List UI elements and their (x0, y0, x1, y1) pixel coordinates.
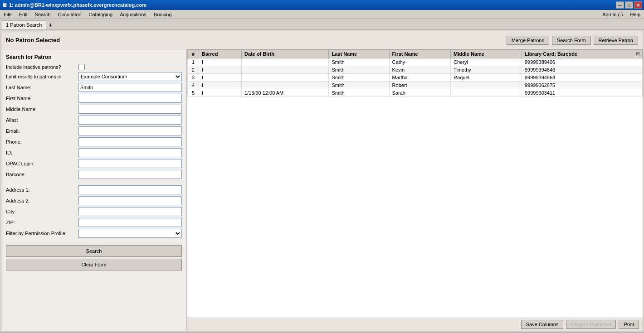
last-name-input[interactable] (78, 83, 182, 92)
menu-cataloging[interactable]: Cataloging (87, 11, 115, 18)
results-table: # Barred Date of Birth Last Name First N… (187, 49, 643, 97)
include-inactive-row: Include inactive patrons? (6, 64, 182, 70)
opac-login-row: OPAC Login: (6, 159, 182, 168)
clear-form-button[interactable]: Clear Form (6, 259, 182, 270)
title-bar-text: 1: admin@BR1-winxpvmfx.phasefx.evergreen… (9, 2, 146, 8)
address2-label: Address 2: (6, 198, 78, 203)
zip-input[interactable] (78, 218, 182, 227)
table-row[interactable]: 1 f Smith Cathy Cheryl 99999389406 (188, 58, 643, 66)
opac-login-label: OPAC Login: (6, 161, 78, 166)
add-tab-button[interactable]: + (46, 20, 55, 29)
first-name-input[interactable] (78, 94, 182, 103)
col-header-num: # (188, 50, 199, 58)
last-name-row: Last Name: (6, 83, 182, 92)
menu-search[interactable]: Search (33, 11, 53, 18)
title-bar-controls: — □ ✕ (616, 1, 642, 9)
save-columns-button[interactable]: Save Columns (521, 320, 564, 329)
table-row[interactable]: 5 f 1/13/90 12:00 AM Smith Sarah 9999930… (188, 89, 643, 97)
address2-input[interactable] (78, 196, 182, 205)
maximize-button[interactable]: □ (625, 1, 633, 9)
permission-profile-select[interactable] (78, 229, 182, 238)
col-header-last-name: Last Name (329, 50, 389, 58)
copy-to-clipboard-button[interactable]: Copy to Clipboard (566, 320, 616, 329)
alias-row: Alias: (6, 116, 182, 125)
cell-barcode: 99999389406 (522, 58, 642, 66)
table-row[interactable]: 4 f Smith Robert 99999362675 (188, 82, 643, 89)
search-button[interactable]: Search (6, 245, 182, 257)
close-button[interactable]: ✕ (634, 1, 642, 9)
phone-label: Phone: (6, 139, 78, 145)
table-row[interactable]: 3 f Smith Martha Raquel 99999394964 (188, 74, 643, 82)
merge-patrons-button[interactable]: Merge Patrons (507, 36, 549, 45)
bottom-toolbar: Save Columns Copy to Clipboard Print (187, 318, 643, 331)
patron-bar: No Patron Selected Merge Patrons Search … (1, 31, 643, 49)
search-form-button[interactable]: Search Form (552, 36, 591, 45)
cell-num: 3 (188, 74, 199, 82)
col-header-dob: Date of Birth (242, 50, 329, 58)
city-input[interactable] (78, 207, 182, 216)
limit-results-select[interactable]: Example Consortium (78, 72, 182, 81)
cell-last-name: Smith (329, 82, 389, 89)
address1-input[interactable] (78, 185, 182, 194)
results-table-container[interactable]: # Barred Date of Birth Last Name First N… (187, 49, 643, 318)
middle-name-input[interactable] (78, 105, 182, 114)
menu-help[interactable]: Help (628, 11, 642, 18)
cell-barred: f (199, 66, 242, 74)
menu-edit[interactable]: Edit (17, 11, 29, 18)
alias-input[interactable] (78, 116, 182, 125)
results-tbody: 1 f Smith Cathy Cheryl 99999389406 2 f S… (188, 58, 643, 97)
barcode-input[interactable] (78, 170, 182, 179)
cell-barcode: 99999362675 (522, 82, 642, 89)
col-header-barcode: Library Card: Barcode ⊞ (522, 50, 642, 58)
menu-acquisitions[interactable]: Acquisitions (118, 11, 148, 18)
tab-patron-search[interactable]: 1 Patron Search (2, 20, 46, 29)
cell-num: 1 (188, 58, 199, 66)
cell-barcode: 99999394964 (522, 74, 642, 82)
cell-barred: f (199, 74, 242, 82)
cell-num: 4 (188, 82, 199, 89)
opac-login-input[interactable] (78, 159, 182, 168)
cell-last-name: Smith (329, 89, 389, 97)
first-name-label: First Name: (6, 96, 78, 101)
cell-last-name: Smith (329, 74, 389, 82)
cell-middle-name (451, 89, 522, 97)
tab-bar: 1 Patron Search + ✕ (0, 19, 644, 30)
cell-barred: f (199, 82, 242, 89)
menu-booking[interactable]: Booking (152, 11, 174, 18)
search-panel: Search for Patron Include inactive patro… (1, 49, 187, 331)
cell-middle-name: Cheryl (451, 58, 522, 66)
cell-first-name: Robert (389, 82, 451, 89)
id-input[interactable] (78, 148, 182, 157)
address2-row: Address 2: (6, 196, 182, 205)
menu-file[interactable]: File (2, 11, 14, 18)
limit-results-row: Limit results to patrons in Example Cons… (6, 72, 182, 81)
phone-input[interactable] (78, 137, 182, 146)
alias-label: Alias: (6, 117, 78, 123)
main-window: No Patron Selected Merge Patrons Search … (1, 31, 643, 331)
cell-first-name: Sarah (389, 89, 451, 97)
table-header-row: # Barred Date of Birth Last Name First N… (188, 50, 643, 58)
menu-admin[interactable]: Admin (-) (600, 11, 624, 18)
cell-num: 2 (188, 66, 199, 74)
cell-dob (242, 82, 329, 89)
cell-middle-name: Raquel (451, 74, 522, 82)
minimize-button[interactable]: — (616, 1, 624, 9)
cell-num: 5 (188, 89, 199, 97)
include-inactive-checkbox[interactable] (78, 64, 85, 70)
permission-profile-label: Filter by Permission Profile: (6, 231, 78, 236)
patron-actions: Merge Patrons Search Form Retrieve Patro… (507, 36, 638, 45)
search-button-group: Search Clear Form (6, 245, 182, 270)
print-button[interactable]: Print (619, 320, 639, 329)
last-name-label: Last Name: (6, 85, 78, 90)
menu-circulation[interactable]: Circulation (56, 11, 83, 18)
cell-barcode: 99999303411 (522, 89, 642, 97)
table-row[interactable]: 2 f Smith Kevin Timothy 99999394646 (188, 66, 643, 74)
include-inactive-label: Include inactive patrons? (6, 64, 78, 70)
city-row: City: (6, 207, 182, 216)
address1-label: Address 1: (6, 187, 78, 193)
cell-first-name: Cathy (389, 58, 451, 66)
email-input[interactable] (78, 126, 182, 135)
col-header-barred: Barred (199, 50, 242, 58)
email-label: Email: (6, 128, 78, 134)
retrieve-patron-button[interactable]: Retrieve Patron (594, 36, 638, 45)
